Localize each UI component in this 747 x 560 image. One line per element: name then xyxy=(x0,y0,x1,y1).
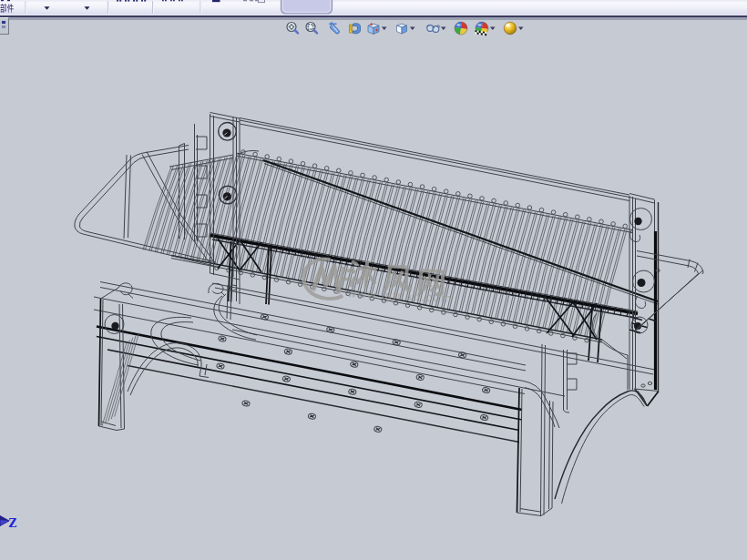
dropdown-arrow-icon[interactable] xyxy=(518,27,524,30)
assembly-icon xyxy=(2,21,5,24)
dropdown-arrow-icon[interactable] xyxy=(85,6,90,10)
view-settings-icon[interactable] xyxy=(504,22,517,35)
zoom-to-fit-icon[interactable] xyxy=(287,23,298,34)
apply-scene-icon[interactable] xyxy=(475,21,489,36)
assembly-icon xyxy=(2,25,5,28)
hide-show-items-icon[interactable] xyxy=(426,25,439,32)
z-axis-label: Z xyxy=(9,517,17,530)
graphics-area[interactable]: www.mfcad.com Z xyxy=(0,0,747,560)
previous-view-icon[interactable] xyxy=(329,22,340,34)
dropdown-arrow-icon[interactable] xyxy=(490,27,496,30)
toolbar-label-char-2 xyxy=(7,4,14,13)
solidworks-window: { "app": { "name": "SolidWorks assembly … xyxy=(0,0,747,560)
view-orientation-icon[interactable] xyxy=(368,23,379,34)
grill-wireframe-model xyxy=(75,113,703,516)
zoom-to-area-icon[interactable] xyxy=(306,23,317,34)
dropdown-arrow-icon[interactable] xyxy=(382,27,387,30)
display-style-icon[interactable] xyxy=(397,24,407,34)
command-toolbar-cropped[interactable] xyxy=(0,0,747,17)
command-toolbar-fragments xyxy=(0,0,747,15)
watermark-url: www.mfcad.com xyxy=(346,286,453,305)
axis-triad: Z xyxy=(0,516,17,530)
feature-tree-panel-tab[interactable] xyxy=(0,17,9,35)
dropdown-arrow-icon[interactable] xyxy=(441,27,446,30)
edit-appearance-icon[interactable] xyxy=(454,21,468,36)
headsup-view-toolbar xyxy=(287,21,524,36)
section-view-icon[interactable] xyxy=(350,24,361,34)
dropdown-arrow-icon[interactable] xyxy=(45,6,50,10)
toolbar-label-char-1 xyxy=(0,4,6,13)
dropdown-arrow-icon[interactable] xyxy=(410,27,415,30)
